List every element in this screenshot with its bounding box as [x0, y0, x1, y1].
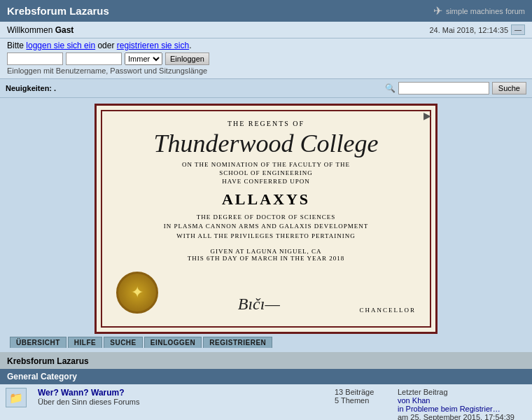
breadcrumb: Krebsforum Lazarus	[0, 352, 532, 369]
news-search-bar: Neuigkeiten: . 🔍 Suche	[0, 79, 532, 98]
search-icon: 🔍	[385, 83, 396, 93]
login-button[interactable]: Einloggen	[165, 52, 209, 65]
tab-help[interactable]: HILFE	[68, 337, 102, 348]
cert-degree: THE DEGREE OF DOCTOR OF SCIENCES IN PLAS…	[116, 213, 416, 241]
tab-register[interactable]: REGISTRIEREN	[203, 337, 272, 348]
login-link[interactable]: loggen sie sich ein	[26, 41, 95, 50]
forum-folder-icon: 📁	[9, 391, 23, 405]
cert-school: SCHOOL OF ENGINEERING	[116, 169, 416, 176]
welcome-text: Willkommen Gast	[7, 25, 74, 35]
forum-body: Krebsforum Lazarus General Category 📁 We…	[0, 352, 532, 420]
cert-footer: ✦ Bıčı— CHANCELLOR	[116, 272, 416, 314]
login-row: Immer Einloggen	[7, 52, 525, 65]
cert-signature: Bıčı—	[158, 295, 360, 314]
forum-icon: 📁	[6, 388, 27, 407]
last-post-date: am 25. September 2015, 17:54:39	[398, 413, 526, 420]
last-post-by: von Khan	[398, 396, 526, 405]
forum-posts: 13 Beiträge	[335, 388, 386, 396]
minimize-button[interactable]: —	[511, 24, 525, 35]
search-area: 🔍 Suche	[385, 82, 526, 94]
smf-logo: ✈ simple machines forum	[433, 4, 525, 18]
tab-login[interactable]: EINLOGGEN	[144, 337, 202, 348]
welcome-bar: Willkommen Gast 24. Mai 2018, 12:14:35 —	[0, 22, 532, 38]
tab-search[interactable]: SUCHE	[104, 337, 143, 348]
last-post-in-link[interactable]: in Probleme beim Registrier…	[398, 405, 500, 413]
forum-desc: Über den Sinn dieses Forums	[38, 398, 323, 406]
cert-conferred: HAVE CONFERRED UPON	[116, 178, 416, 185]
forum-last: Letzter Beitrag von Khan in Probleme bei…	[392, 384, 532, 420]
certificate-arrow[interactable]: ▶	[424, 110, 431, 121]
nav-tabs: ÜBERSICHT HILFE SUCHE EINLOGGEN REGISTRI…	[0, 334, 532, 348]
login-hint: Einloggen mit Benutzername, Passwort und…	[7, 66, 525, 75]
last-post-in: in Probleme beim Registrier…	[398, 405, 526, 413]
tab-overview[interactable]: ÜBERSICHT	[10, 337, 66, 348]
news-label: Neuigkeiten: .	[6, 84, 56, 92]
last-post-by-link[interactable]: von Khan	[398, 396, 430, 405]
cert-name: ALLAXYS	[116, 190, 416, 209]
last-post-label: Letzter Beitrag	[398, 388, 526, 396]
search-input[interactable]	[398, 82, 489, 94]
cert-seal: ✦	[116, 272, 158, 314]
forum-table: 📁 Wer? Wann? Warum? Über den Sinn dieses…	[0, 384, 532, 420]
session-select[interactable]: Immer	[125, 52, 162, 65]
smf-icon: ✈	[433, 4, 442, 18]
certificate: ▶ THE REGENTS OF Thunderwood College ON …	[94, 104, 438, 334]
login-bar: Bitte loggen sie sich ein oder registrie…	[0, 38, 532, 79]
category-header: General Category	[0, 369, 532, 384]
table-row: 📁 Wer? Wann? Warum? Über den Sinn dieses…	[0, 384, 532, 420]
forum-info-cell: Wer? Wann? Warum? Über den Sinn dieses F…	[32, 384, 329, 420]
forum-topics: 5 Themen	[335, 396, 386, 405]
register-link[interactable]: registrieren sie sich	[117, 41, 189, 50]
datetime: 24. Mai 2018, 12:14:35 —	[429, 24, 525, 35]
cert-regents: THE REGENTS OF	[116, 120, 416, 127]
cert-nomination: ON THE NOMINATION OF THE FACULTY OF THE	[116, 161, 416, 168]
cert-college: Thunderwood College	[116, 130, 416, 158]
site-header: Krebsforum Lazarus ✈ simple machines for…	[0, 0, 532, 22]
search-button[interactable]: Suche	[492, 82, 526, 94]
password-input[interactable]	[66, 52, 122, 65]
forum-icon-cell: 📁	[0, 384, 32, 420]
site-title: Krebsforum Lazarus	[7, 5, 109, 17]
username-input[interactable]	[7, 52, 63, 65]
cert-given: GIVEN AT LAGUNA NIGUEL, CA THIS 6TH DAY …	[116, 248, 416, 262]
cert-chancellor: CHANCELLOR	[360, 307, 416, 314]
login-prompt: Bitte loggen sie sich ein oder registrie…	[7, 41, 525, 50]
certificate-inner: THE REGENTS OF Thunderwood College ON TH…	[101, 110, 431, 328]
certificate-container: ▶ THE REGENTS OF Thunderwood College ON …	[0, 98, 532, 334]
forum-title[interactable]: Wer? Wann? Warum?	[38, 388, 323, 398]
forum-stats: 13 Beiträge 5 Themen	[329, 384, 392, 420]
